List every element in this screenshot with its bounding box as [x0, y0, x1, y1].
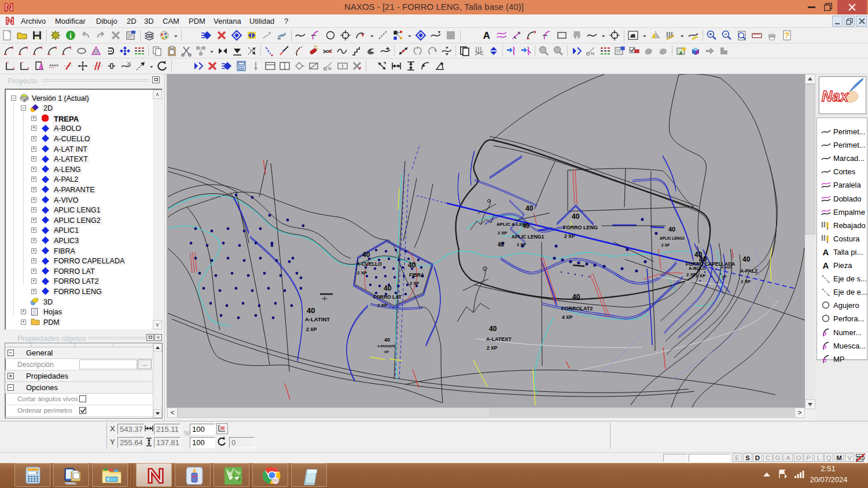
svg-text:40: 40 [489, 325, 497, 333]
svg-text:2 XP: 2 XP [357, 270, 367, 276]
svg-text:40: 40 [307, 306, 315, 315]
svg-text:A: A [823, 247, 829, 257]
svg-text:A-VIVO: A-VIVO [721, 266, 733, 269]
svg-text:A: A [823, 260, 829, 270]
svg-text:2 XP: 2 XP [487, 345, 498, 351]
svg-text:?: ? [785, 31, 790, 40]
svg-text:2 XP: 2 XP [741, 279, 751, 284]
svg-text:2 XP: 2 XP [410, 281, 419, 286]
svg-text:APLIC A-LENG: APLIC A-LENG [496, 222, 529, 227]
svg-text:A-CUELLO: A-CUELLO [356, 261, 382, 267]
svg-text:FORRO LAT: FORRO LAT [373, 294, 402, 300]
svg-text:A-LATEXT: A-LATEXT [486, 336, 512, 342]
svg-text:FORROLAT2: FORROLAT2 [561, 306, 593, 311]
svg-text:2 XP: 2 XP [377, 303, 388, 308]
svg-text:Nax: Nax [822, 88, 849, 104]
svg-text:4 XP: 4 XP [562, 314, 573, 320]
svg-text:A-LATINT: A-LATINT [305, 316, 330, 322]
svg-text:i: i [69, 31, 72, 40]
svg-text:40: 40 [525, 204, 534, 212]
svg-text:40: 40 [572, 293, 580, 301]
svg-text:40: 40 [362, 251, 370, 259]
svg-text:2 XP: 2 XP [564, 233, 575, 239]
svg-text:APLIC LENG1: APLIC LENG1 [512, 234, 544, 240]
svg-text:N: N [591, 51, 594, 56]
svg-text:2 XP: 2 XP [661, 243, 670, 247]
svg-text:A-BOLO: A-BOLO [689, 266, 706, 271]
svg-text:2 XP: 2 XP [696, 273, 706, 278]
svg-text:XP: XP [722, 275, 727, 278]
svg-text:40: 40 [498, 241, 505, 248]
svg-text:40: 40 [742, 255, 751, 263]
svg-text:40: 40 [384, 337, 390, 343]
svg-text:A: A [483, 30, 490, 41]
svg-text:2 XP: 2 XP [498, 230, 507, 236]
svg-text:APLIC LENG2: APLIC LENG2 [660, 236, 685, 240]
svg-text:FORRO LENG: FORRO LENG [563, 225, 598, 230]
svg-text:@: @ [93, 49, 98, 54]
svg-text:40: 40 [572, 212, 580, 221]
svg-text:40: 40 [668, 226, 675, 233]
svg-text:2 XP: 2 XP [306, 326, 317, 332]
svg-text:2 XP: 2 XP [517, 242, 526, 247]
svg-text:40: 40 [384, 284, 392, 292]
svg-text:I: I [342, 63, 344, 69]
svg-text:A-PAL2: A-PAL2 [740, 268, 757, 274]
svg-text:XP: XP [384, 350, 389, 354]
svg-text:FIBRA: FIBRA [409, 272, 424, 278]
svg-text:40: 40 [408, 261, 416, 269]
svg-text:W: W [237, 478, 241, 482]
svg-text:N: N [328, 66, 332, 71]
svg-text:A-PARANTE: A-PARANTE [377, 344, 396, 348]
